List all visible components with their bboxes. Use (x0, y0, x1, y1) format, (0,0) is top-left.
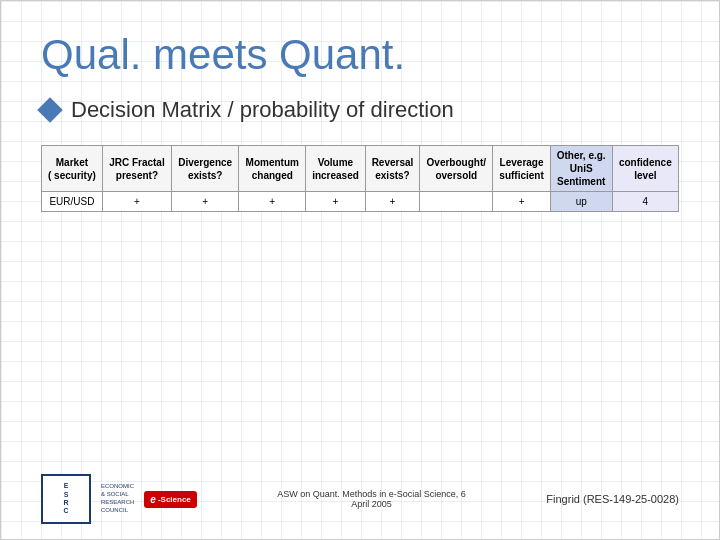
diamond-icon (37, 97, 62, 122)
escience-e: e (150, 494, 156, 505)
slide-subtitle: Decision Matrix / probability of directi… (71, 97, 454, 123)
table-container: Market( security) JRC Fractalpresent? Di… (41, 145, 679, 212)
cell-jrc: + (102, 192, 171, 212)
cell-leverage: + (493, 192, 550, 212)
esrc-logo: ESRC (41, 474, 91, 524)
cell-other: up (550, 192, 612, 212)
footer-right: Fingrid (RES-149-25-0028) (546, 493, 679, 505)
decision-matrix-table: Market( security) JRC Fractalpresent? Di… (41, 145, 679, 212)
header-leverage: Leveragesufficient (493, 146, 550, 192)
cell-overbought (420, 192, 493, 212)
header-volume: Volumeincreased (306, 146, 366, 192)
cell-divergence: + (172, 192, 239, 212)
cell-market: EUR/USD (42, 192, 103, 212)
header-jrc: JRC Fractalpresent? (102, 146, 171, 192)
footer-center-line1: ASW on Quant. Methods in e-Social Scienc… (277, 489, 466, 499)
cell-confidence: 4 (612, 192, 678, 212)
header-market: Market( security) (42, 146, 103, 192)
header-other: Other, e.g.UniSSentiment (550, 146, 612, 192)
escience-badge: e -Science (144, 491, 196, 508)
header-momentum: Momentumchanged (239, 146, 306, 192)
esrc-full-text: ECONOMIC& SOCIALRESEARCHCOUNCIL (101, 483, 134, 514)
header-confidence: confidencelevel (612, 146, 678, 192)
footer: ESRC ECONOMIC& SOCIALRESEARCHCOUNCIL e -… (1, 474, 719, 524)
subtitle-row: Decision Matrix / probability of directi… (41, 97, 679, 123)
cell-reversal: + (365, 192, 419, 212)
slide: Qual. meets Quant. Decision Matrix / pro… (0, 0, 720, 540)
table-row: EUR/USD + + + + + + up 4 (42, 192, 679, 212)
header-divergence: Divergenceexists? (172, 146, 239, 192)
escience-label: -Science (158, 495, 191, 504)
slide-title: Qual. meets Quant. (41, 31, 679, 79)
cell-volume: + (306, 192, 366, 212)
header-reversal: Reversalexists? (365, 146, 419, 192)
cell-momentum: + (239, 192, 306, 212)
table-header-row: Market( security) JRC Fractalpresent? Di… (42, 146, 679, 192)
header-overbought: Overbought/oversold (420, 146, 493, 192)
footer-center: ASW on Quant. Methods in e-Social Scienc… (277, 489, 466, 509)
footer-center-line2: April 2005 (277, 499, 466, 509)
footer-logos: ESRC ECONOMIC& SOCIALRESEARCHCOUNCIL e -… (41, 474, 197, 524)
esrc-text: ESRC (63, 482, 68, 516)
